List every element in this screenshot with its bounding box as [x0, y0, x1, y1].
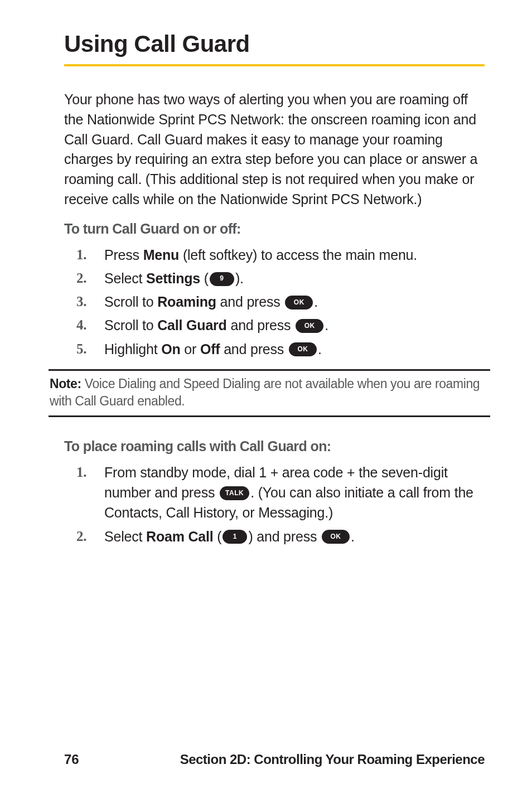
page-footer: 76 Section 2D: Controlling Your Roaming … [64, 752, 485, 767]
subheading-turn-on-off: To turn Call Guard on or off: [64, 221, 485, 237]
key-ok-icon: OK [289, 342, 317, 356]
text-fragment: . [314, 294, 318, 309]
bold-text: Off [200, 341, 220, 357]
bold-text: Call Guard [157, 317, 226, 333]
bold-text: Roaming [157, 294, 216, 309]
step-text: Highlight On or Off and press OK. [104, 339, 485, 359]
step-text: Scroll to Call Guard and press OK. [104, 315, 485, 335]
note-label: Note: [50, 376, 81, 391]
section-label: Section 2D: Controlling Your Roaming Exp… [180, 752, 485, 767]
text-fragment: Highlight [104, 341, 161, 357]
step-number: 1. [76, 462, 104, 482]
list-item: 2. Select Roam Call (1) and press OK. [76, 526, 485, 546]
page-heading: Using Call Guard [64, 31, 485, 57]
key-ok-icon: OK [285, 296, 313, 309]
text-fragment: . [318, 341, 322, 357]
bold-text: On [161, 341, 180, 357]
key-9-icon: 9 [210, 272, 234, 286]
key-ok-icon: OK [296, 319, 323, 333]
text-fragment: ( [200, 270, 209, 286]
text-fragment: . [351, 529, 355, 544]
step-number: 4. [76, 315, 104, 335]
list-item: 5. Highlight On or Off and press OK. [76, 339, 485, 359]
text-fragment: and press [227, 317, 294, 333]
steps-list-1: 1. Press Menu (left softkey) to access t… [76, 245, 485, 359]
list-item: 1. Press Menu (left softkey) to access t… [76, 245, 485, 265]
key-ok-icon: OK [322, 530, 350, 544]
steps-list-2: 1. From standby mode, dial 1 + area code… [76, 462, 485, 546]
text-fragment: ) and press [248, 529, 321, 544]
text-fragment: or [181, 341, 200, 357]
bold-text: Settings [146, 270, 200, 286]
key-1-icon: 1 [223, 530, 247, 544]
step-text: From standby mode, dial 1 + area code + … [104, 462, 485, 523]
text-fragment: ( [214, 529, 222, 544]
text-fragment: and press [220, 341, 287, 357]
list-item: 2. Select Settings (9). [76, 268, 485, 288]
text-fragment: (left softkey) to access the main menu. [179, 247, 417, 263]
list-item: 3. Scroll to Roaming and press OK. [76, 292, 485, 312]
step-text: Press Menu (left softkey) to access the … [104, 245, 485, 265]
text-fragment: Scroll to [104, 294, 157, 309]
text-fragment: ). [235, 270, 244, 286]
step-number: 5. [76, 339, 104, 359]
step-text: Select Settings (9). [104, 268, 485, 288]
step-text: Select Roam Call (1) and press OK. [104, 526, 485, 546]
list-item: 4. Scroll to Call Guard and press OK. [76, 315, 485, 335]
step-text: Scroll to Roaming and press OK. [104, 292, 485, 312]
step-number: 1. [76, 245, 104, 265]
step-number: 2. [76, 268, 104, 288]
text-fragment: Select [104, 529, 146, 544]
note-body: Voice Dialing and Speed Dialing are not … [50, 376, 480, 408]
heading-underline [64, 64, 485, 66]
text-fragment: and press [216, 294, 284, 309]
subheading-place-calls: To place roaming calls with Call Guard o… [64, 438, 485, 454]
bold-text: Roam Call [146, 529, 213, 544]
note-box: Note: Voice Dialing and Speed Dialing ar… [49, 369, 490, 417]
intro-paragraph: Your phone has two ways of alerting you … [64, 90, 485, 210]
page-number: 76 [64, 752, 79, 767]
text-fragment: Select [104, 270, 146, 286]
note-text: Note: Voice Dialing and Speed Dialing ar… [50, 375, 489, 410]
step-number: 3. [76, 292, 104, 312]
text-fragment: Press [104, 247, 143, 263]
list-item: 1. From standby mode, dial 1 + area code… [76, 462, 485, 523]
key-talk-icon: TALK [220, 486, 249, 500]
text-fragment: Scroll to [104, 317, 157, 333]
step-number: 2. [76, 526, 104, 546]
bold-text: Menu [143, 247, 179, 263]
text-fragment: . [325, 317, 328, 333]
